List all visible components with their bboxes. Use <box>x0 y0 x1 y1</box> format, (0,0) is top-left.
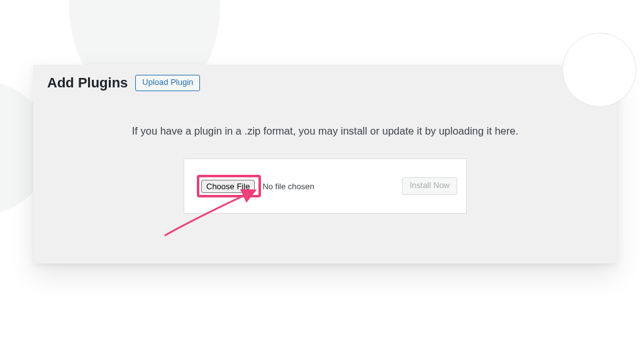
panel-header: Add Plugins Upload Plugin <box>33 65 617 95</box>
install-now-button[interactable]: Install Now <box>402 177 457 195</box>
choose-file-button[interactable]: Choose File <box>201 180 255 193</box>
upload-plugin-button[interactable]: Upload Plugin <box>135 75 200 91</box>
upload-form: Choose File No file chosen Install Now <box>184 158 467 214</box>
file-status-text: No file chosen <box>262 182 314 191</box>
upload-instruction-text: If you have a plugin in a .zip format, y… <box>33 95 617 137</box>
page-title: Add Plugins <box>47 75 128 91</box>
add-plugins-panel: Add Plugins Upload Plugin If you have a … <box>33 65 617 263</box>
decorative-circle-right <box>562 33 636 107</box>
choose-file-highlight: Choose File <box>197 175 261 198</box>
